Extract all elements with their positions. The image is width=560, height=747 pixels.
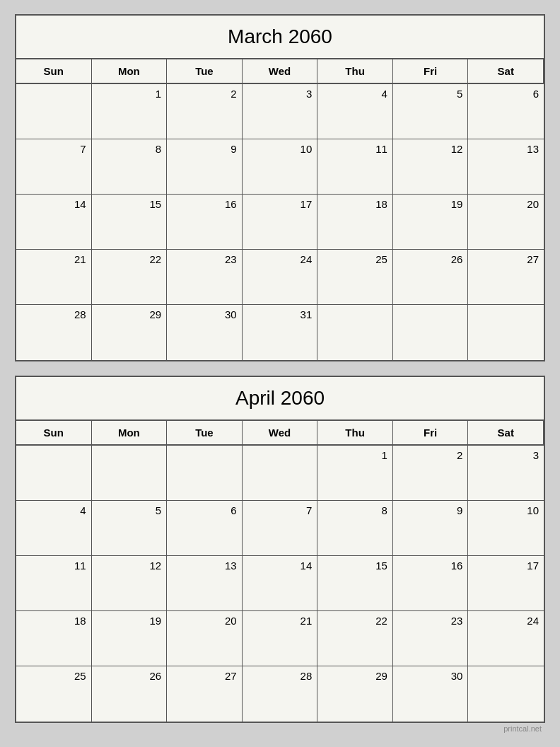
table-row — [16, 84, 92, 139]
table-row: 14 — [16, 195, 92, 250]
header-mon-march: Mon — [92, 59, 168, 84]
table-row: 21 — [16, 250, 92, 305]
table-row: 29 — [92, 305, 168, 360]
table-row: 10 — [468, 501, 544, 556]
table-row: 13 — [167, 556, 243, 611]
table-row — [92, 446, 168, 501]
table-row: 28 — [243, 666, 318, 722]
header-wed-april: Wed — [243, 421, 318, 446]
table-row: 10 — [243, 139, 318, 195]
table-row: 22 — [317, 611, 393, 666]
table-row — [468, 305, 544, 360]
table-row: 1 — [92, 84, 168, 139]
table-row: 30 — [167, 305, 243, 360]
table-row: 25 — [317, 250, 393, 305]
header-thu-april: Thu — [317, 421, 393, 446]
table-row: 1 — [317, 446, 393, 501]
table-row — [468, 666, 544, 722]
table-row: 27 — [167, 666, 243, 722]
table-row: 8 — [317, 501, 393, 556]
march-title: March 2060 — [16, 16, 544, 59]
table-row: 31 — [243, 305, 318, 360]
table-row: 3 — [468, 446, 544, 501]
table-row: 11 — [16, 556, 92, 611]
table-row: 12 — [92, 556, 168, 611]
table-row: 4 — [317, 84, 393, 139]
april-grid: Sun Mon Tue Wed Thu Fri Sat 1 2 3 4 5 6 … — [16, 421, 544, 722]
table-row: 7 — [243, 501, 318, 556]
header-mon-april: Mon — [92, 421, 168, 446]
table-row: 5 — [92, 501, 168, 556]
header-sat-march: Sat — [468, 59, 544, 84]
table-row: 13 — [468, 139, 544, 195]
march-grid: Sun Mon Tue Wed Thu Fri Sat 1 2 3 4 5 6 … — [16, 59, 544, 360]
table-row: 14 — [243, 556, 318, 611]
header-fri-april: Fri — [393, 421, 469, 446]
table-row: 2 — [393, 446, 469, 501]
table-row — [243, 446, 318, 501]
table-row: 18 — [317, 195, 393, 250]
header-wed-march: Wed — [243, 59, 318, 84]
table-row: 30 — [393, 666, 469, 722]
table-row: 28 — [16, 305, 92, 360]
table-row: 19 — [92, 611, 168, 666]
table-row: 20 — [468, 195, 544, 250]
april-title: April 2060 — [16, 377, 544, 421]
april-calendar: April 2060 Sun Mon Tue Wed Thu Fri Sat 1… — [15, 376, 545, 723]
table-row: 25 — [16, 666, 92, 722]
header-tue-march: Tue — [167, 59, 243, 84]
table-row: 17 — [468, 556, 544, 611]
table-row: 16 — [167, 195, 243, 250]
table-row: 27 — [468, 250, 544, 305]
table-row: 26 — [393, 250, 469, 305]
header-tue-april: Tue — [167, 421, 243, 446]
table-row — [317, 305, 393, 360]
table-row: 29 — [317, 666, 393, 722]
header-sun-march: Sun — [16, 59, 92, 84]
table-row: 12 — [393, 139, 469, 195]
table-row: 15 — [317, 556, 393, 611]
table-row: 19 — [393, 195, 469, 250]
table-row: 16 — [393, 556, 469, 611]
table-row: 18 — [16, 611, 92, 666]
table-row: 22 — [92, 250, 168, 305]
march-calendar: March 2060 Sun Mon Tue Wed Thu Fri Sat 1… — [15, 14, 545, 361]
header-sat-april: Sat — [468, 421, 544, 446]
table-row: 17 — [243, 195, 318, 250]
table-row: 24 — [243, 250, 318, 305]
table-row: 21 — [243, 611, 318, 666]
table-row: 2 — [167, 84, 243, 139]
table-row: 24 — [468, 611, 544, 666]
table-row: 20 — [167, 611, 243, 666]
table-row: 3 — [243, 84, 318, 139]
header-fri-march: Fri — [393, 59, 469, 84]
watermark: printcal.net — [15, 724, 545, 733]
table-row: 23 — [393, 611, 469, 666]
table-row: 26 — [92, 666, 168, 722]
table-row — [16, 446, 92, 501]
table-row: 23 — [167, 250, 243, 305]
table-row — [167, 446, 243, 501]
table-row: 8 — [92, 139, 168, 195]
table-row: 5 — [393, 84, 469, 139]
table-row: 6 — [167, 501, 243, 556]
table-row: 9 — [167, 139, 243, 195]
table-row: 15 — [92, 195, 168, 250]
header-sun-april: Sun — [16, 421, 92, 446]
table-row: 9 — [393, 501, 469, 556]
table-row: 7 — [16, 139, 92, 195]
header-thu-march: Thu — [317, 59, 393, 84]
table-row: 6 — [468, 84, 544, 139]
table-row: 11 — [317, 139, 393, 195]
table-row — [393, 305, 469, 360]
table-row: 4 — [16, 501, 92, 556]
